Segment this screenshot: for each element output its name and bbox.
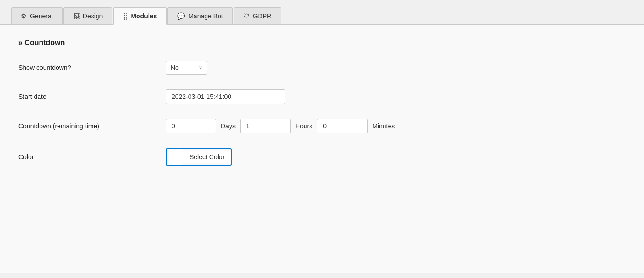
countdown-control: Days Hours Minutes (166, 119, 395, 133)
select-color-label: Select Color (183, 151, 231, 163)
modules-icon: ⣿ (123, 12, 127, 20)
show-countdown-control: No Yes (166, 61, 207, 75)
tab-general-label: General (30, 12, 53, 20)
countdown-label: Countdown (remaining time) (18, 122, 166, 130)
select-color-button[interactable]: Select Color (166, 148, 232, 166)
tab-design-label: Design (83, 12, 103, 20)
start-date-control (166, 89, 285, 104)
minutes-unit-label: Minutes (372, 122, 395, 130)
countdown-hours-input[interactable] (240, 119, 291, 133)
general-icon: ⚙ (21, 12, 27, 20)
start-date-input[interactable] (166, 89, 285, 104)
color-label: Color (18, 153, 166, 161)
tabs-bar: ⚙ General 🖼 Design ⣿ Modules 💬 Manage Bo… (0, 0, 644, 25)
tab-gdpr-label: GDPR (253, 12, 271, 20)
tab-design[interactable]: 🖼 Design (63, 7, 113, 24)
manage-bot-icon: 💬 (177, 12, 185, 20)
page-container: ⚙ General 🖼 Design ⣿ Modules 💬 Manage Bo… (0, 0, 644, 278)
start-date-row: Start date (18, 89, 626, 104)
show-countdown-select-wrapper: No Yes (166, 61, 207, 75)
color-control: Select Color (166, 148, 232, 166)
section-title: Countdown (18, 39, 626, 47)
days-unit-label: Days (221, 122, 236, 130)
countdown-row: Countdown (remaining time) Days Hours Mi… (18, 119, 626, 133)
tab-general[interactable]: ⚙ General (11, 7, 63, 24)
color-swatch (167, 149, 183, 165)
show-countdown-row: Show countdown? No Yes (18, 61, 626, 75)
color-row: Color Select Color (18, 148, 626, 166)
countdown-minutes-input[interactable] (317, 119, 368, 133)
tab-gdpr[interactable]: 🛡 GDPR (234, 7, 281, 24)
hours-unit-label: Hours (295, 122, 312, 130)
tab-modules-label: Modules (131, 12, 157, 20)
countdown-days-input[interactable] (166, 119, 216, 133)
tab-manage-bot[interactable]: 💬 Manage Bot (167, 7, 233, 24)
gdpr-icon: 🛡 (243, 12, 250, 20)
tab-manage-bot-label: Manage Bot (188, 12, 223, 20)
start-date-label: Start date (18, 93, 166, 100)
tab-modules[interactable]: ⣿ Modules (113, 7, 167, 25)
content-area: Countdown Show countdown? No Yes Start d… (0, 25, 644, 273)
show-countdown-select[interactable]: No Yes (166, 61, 207, 75)
show-countdown-label: Show countdown? (18, 64, 166, 71)
design-icon: 🖼 (73, 12, 80, 20)
